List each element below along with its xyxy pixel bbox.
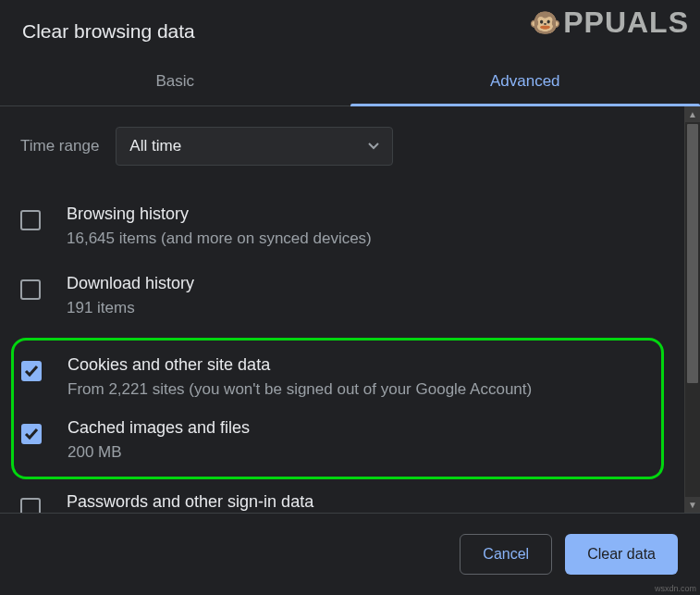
scrollbar[interactable]: ▲ ▼ xyxy=(684,106,700,513)
watermark-text: PPUALS xyxy=(563,6,689,40)
cancel-button[interactable]: Cancel xyxy=(460,534,552,575)
time-range-label: Time range xyxy=(20,137,99,155)
attribution-text: wsxdn.com xyxy=(655,584,696,593)
content-wrap: Time range All time Browsing history 16,… xyxy=(0,106,700,513)
scrollbar-thumb[interactable] xyxy=(687,124,698,383)
item-download-history[interactable]: Download history 191 items xyxy=(20,267,664,336)
item-browsing-history[interactable]: Browsing history 16,645 items (and more … xyxy=(20,197,664,267)
item-title: Browsing history xyxy=(67,205,372,224)
time-range-dropdown[interactable]: All time xyxy=(116,127,393,166)
item-title: Cached images and files xyxy=(68,418,250,438)
item-text: Browsing history 16,645 items (and more … xyxy=(67,205,372,250)
item-text: Passwords and other sign-in data xyxy=(67,492,313,513)
item-cookies[interactable]: Cookies and other site data From 2,221 s… xyxy=(21,348,648,412)
time-range-row: Time range All time xyxy=(20,127,664,166)
checkbox-passwords[interactable] xyxy=(20,498,41,513)
item-subtitle: 191 items xyxy=(67,297,194,319)
item-subtitle: 200 MB xyxy=(68,441,250,464)
clear-data-button[interactable]: Clear data xyxy=(565,534,678,575)
checkbox-download-history[interactable] xyxy=(20,279,41,300)
item-title: Download history xyxy=(67,274,194,293)
scrollbar-down-icon[interactable]: ▼ xyxy=(685,497,700,513)
item-text: Download history 191 items xyxy=(67,274,194,319)
checkbox-cookies[interactable] xyxy=(21,361,42,381)
time-range-value: All time xyxy=(129,137,181,155)
item-text: Cookies and other site data From 2,221 s… xyxy=(68,355,532,401)
item-subtitle: From 2,221 sites (you won't be signed ou… xyxy=(68,378,532,401)
item-title: Passwords and other sign-in data xyxy=(67,492,313,512)
clear-browsing-data-dialog: 🐵 PPUALS Clear browsing data Basic Advan… xyxy=(0,0,700,595)
checkbox-browsing-history[interactable] xyxy=(20,210,41,230)
annotation-highlight-box: Cookies and other site data From 2,221 s… xyxy=(11,338,664,480)
tab-advanced[interactable]: Advanced xyxy=(350,59,701,105)
item-text: Cached images and files 200 MB xyxy=(68,418,250,464)
item-passwords[interactable]: Passwords and other sign-in data xyxy=(20,485,664,513)
item-subtitle: 16,645 items (and more on synced devices… xyxy=(67,228,372,250)
checkbox-list: Browsing history 16,645 items (and more … xyxy=(20,197,664,513)
checkbox-cached[interactable] xyxy=(21,424,42,444)
dialog-footer: Cancel Clear data xyxy=(0,513,700,595)
watermark-logo: 🐵 PPUALS xyxy=(529,6,689,40)
tab-basic[interactable]: Basic xyxy=(0,59,350,105)
appuals-mascot-icon: 🐵 xyxy=(529,10,561,36)
scrollbar-up-icon[interactable]: ▲ xyxy=(685,106,700,122)
chevron-down-icon xyxy=(368,143,379,150)
content-area: Time range All time Browsing history 16,… xyxy=(0,106,684,513)
item-title: Cookies and other site data xyxy=(68,355,532,375)
tab-bar: Basic Advanced xyxy=(0,59,700,106)
check-icon xyxy=(24,427,39,441)
item-cached[interactable]: Cached images and files 200 MB xyxy=(21,411,648,475)
check-icon xyxy=(24,364,39,378)
